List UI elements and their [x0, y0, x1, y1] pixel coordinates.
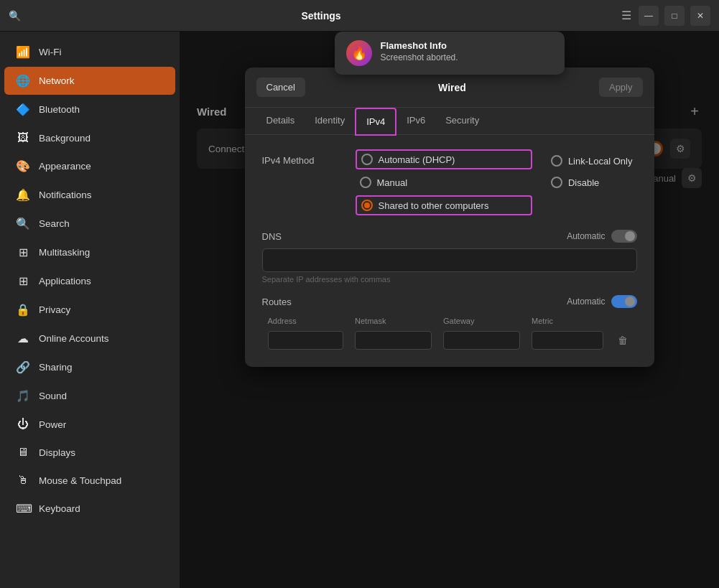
sidebar-label-notifications: Notifications: [39, 190, 92, 200]
close-button[interactable]: ✕: [690, 6, 710, 26]
dialog-cancel-button[interactable]: Cancel: [256, 78, 305, 97]
sidebar-item-mouse[interactable]: 🖱 Mouse & Touchpad: [4, 467, 175, 494]
sidebar-icon-appearance: 🎨: [16, 159, 30, 173]
radio-shared[interactable]: Shared to other computers: [356, 195, 532, 215]
radio-circle-link-local: [551, 155, 562, 167]
sidebar-item-appearance[interactable]: 🎨 Appearance: [4, 152, 175, 180]
window-controls: — □ ✕: [639, 6, 710, 26]
sidebar-icon-network: 🌐: [16, 74, 30, 88]
sidebar-item-bluetooth[interactable]: 🔷 Bluetooth: [4, 95, 175, 123]
dialog-tab-identity[interactable]: Identity: [305, 108, 355, 135]
sidebar-item-keyboard[interactable]: ⌨ Keyboard: [4, 495, 175, 523]
radio-auto-dhcp[interactable]: Automatic (DHCP): [356, 149, 532, 169]
dns-section: DNS Automatic Separate IP addresses with…: [262, 230, 637, 284]
sidebar-icon-mouse: 🖱: [16, 474, 30, 487]
dns-auto-toggle[interactable]: [611, 230, 637, 243]
sidebar-item-privacy[interactable]: 🔒 Privacy: [4, 296, 175, 324]
top-bar: 🔍 Settings ☰ — □ ✕: [0, 0, 719, 32]
sidebar-item-sound[interactable]: 🎵 Sound: [4, 382, 175, 410]
sidebar-label-search: Search: [39, 218, 70, 229]
sidebar-label-appearance: Appearance: [39, 161, 91, 172]
main-layout: 📶 Wi-Fi 🌐 Network 🔷 Bluetooth 🖼 Backgrou…: [0, 32, 719, 588]
radio-circle-shared: [361, 200, 373, 211]
sidebar-label-privacy: Privacy: [39, 304, 70, 315]
dialog-body: IPv4 Method Automatic (DHCP) Manual: [245, 135, 654, 367]
sidebar-label-multitasking: Multitasking: [39, 247, 90, 258]
sidebar-label-displays: Displays: [39, 447, 75, 458]
sidebar-icon-sound: 🎵: [16, 389, 30, 403]
dialog-tab-ipv4[interactable]: IPv4: [355, 108, 396, 136]
sidebar-label-keyboard: Keyboard: [39, 503, 80, 514]
dns-auto-row: Automatic: [567, 230, 636, 243]
maximize-button[interactable]: □: [664, 6, 685, 26]
delete-route-button[interactable]: 🗑: [615, 333, 631, 347]
wired-dialog: Cancel Wired Apply DetailsIdentityIPv4IP…: [245, 67, 654, 367]
sidebar-icon-displays: 🖥: [16, 446, 30, 459]
sidebar-label-sharing: Sharing: [39, 362, 73, 373]
radio-label-auto-dhcp: Automatic (DHCP): [379, 154, 455, 165]
routes-metric-input[interactable]: [532, 331, 603, 350]
toast-title: Flameshot Info: [381, 40, 553, 51]
sidebar-icon-power: ⏻: [16, 418, 30, 431]
right-method-options: Link-Local Only Disable: [547, 149, 637, 191]
dialog-tabs: DetailsIdentityIPv4IPv6Security: [245, 108, 654, 135]
sidebar-icon-search: 🔍: [16, 217, 30, 230]
sidebar-item-wifi[interactable]: 📶 Wi-Fi: [4, 38, 175, 66]
sidebar-label-background: Background: [39, 133, 91, 144]
menu-icon: ☰: [621, 9, 631, 22]
routes-netmask-input[interactable]: [355, 331, 432, 350]
dialog-apply-button[interactable]: Apply: [599, 78, 643, 97]
ipv4-method-controls: Automatic (DHCP) Manual Shared to other …: [356, 149, 532, 215]
sidebar-icon-wifi: 📶: [16, 45, 30, 59]
sidebar-item-search[interactable]: 🔍 Search: [4, 210, 175, 238]
ipv4-method-label: IPv4 Method: [262, 149, 356, 166]
sidebar-icon-sharing: 🔗: [16, 360, 30, 374]
routes-col-netmask: Netmask: [349, 314, 437, 328]
sidebar-item-background[interactable]: 🖼 Background: [4, 124, 175, 151]
radio-label-manual: Manual: [377, 177, 408, 188]
minimize-button[interactable]: —: [639, 6, 659, 26]
routes-col-gateway: Gateway: [437, 314, 526, 328]
routes-auto-toggle[interactable]: .toggle-small.on::after { right:auto; le…: [611, 295, 637, 308]
routes-label: Routes: [262, 297, 292, 307]
dns-input[interactable]: [262, 248, 637, 272]
radio-disable[interactable]: Disable: [547, 174, 637, 191]
radio-label-link-local: Link-Local Only: [568, 156, 633, 167]
sidebar-label-bluetooth: Bluetooth: [39, 104, 80, 115]
sidebar: 📶 Wi-Fi 🌐 Network 🔷 Bluetooth 🖼 Backgrou…: [0, 32, 180, 588]
sidebar-item-notifications[interactable]: 🔔 Notifications: [4, 181, 175, 209]
routes-table: AddressNetmaskGatewayMetric 🗑: [262, 314, 637, 353]
sidebar-item-online-accounts[interactable]: ☁ Online Accounts: [4, 325, 175, 353]
sidebar-item-sharing[interactable]: 🔗 Sharing: [4, 353, 175, 381]
routes-section: Routes Automatic .toggle-small.on::after…: [262, 295, 637, 353]
dns-auto-label: Automatic: [567, 231, 605, 241]
radio-label-shared: Shared to other computers: [379, 200, 489, 211]
radio-manual[interactable]: Manual: [356, 174, 532, 191]
sidebar-label-applications: Applications: [39, 276, 91, 286]
sidebar-label-network: Network: [39, 75, 75, 86]
dialog-tab-details[interactable]: Details: [256, 108, 305, 135]
radio-circle-disable: [551, 177, 562, 188]
sidebar-item-applications[interactable]: ⊞ Applications: [4, 267, 175, 295]
sidebar-item-power[interactable]: ⏻ Power: [4, 411, 175, 438]
dialog-tab-security[interactable]: Security: [435, 108, 489, 135]
sidebar-item-multitasking[interactable]: ⊞ Multitasking: [4, 238, 175, 266]
sidebar-icon-applications: ⊞: [16, 274, 30, 288]
routes-address-input[interactable]: [268, 331, 344, 350]
sidebar-label-online-accounts: Online Accounts: [39, 333, 109, 344]
sidebar-label-power: Power: [39, 419, 66, 430]
notification-toast: 🔥 Flameshot Info Screenshot aborted.: [335, 32, 565, 75]
sidebar-label-sound: Sound: [39, 391, 67, 401]
dns-label: DNS: [262, 231, 282, 242]
radio-link-local[interactable]: Link-Local Only: [547, 152, 637, 169]
dns-hint: Separate IP addresses with commas: [262, 275, 637, 284]
toast-message: Screenshot aborted.: [381, 52, 553, 62]
sidebar-item-displays[interactable]: 🖥 Displays: [4, 439, 175, 466]
radio-circle-auto-dhcp: [361, 154, 373, 165]
sidebar-item-network[interactable]: 🌐 Network: [4, 67, 175, 95]
content-area: 🔥 Flameshot Info Screenshot aborted. Wir…: [180, 32, 719, 588]
routes-auto-row: Automatic .toggle-small.on::after { righ…: [567, 295, 636, 308]
dialog-tab-ipv6[interactable]: IPv6: [396, 108, 435, 135]
routes-gateway-input[interactable]: [443, 331, 520, 350]
sidebar-icon-background: 🖼: [16, 131, 30, 144]
